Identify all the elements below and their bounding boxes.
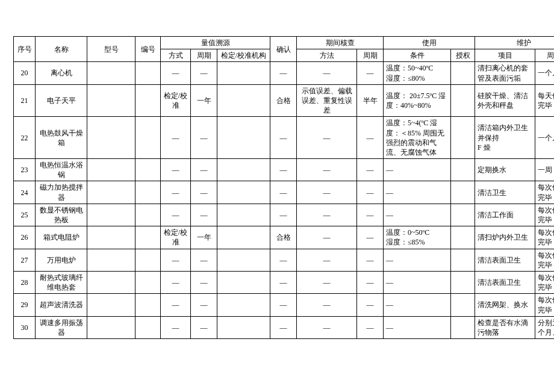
cell-mnt-i: 检查是否有水滴污物落 xyxy=(475,316,535,338)
hdr-use: 使用 xyxy=(384,37,475,49)
cell-trace-org xyxy=(217,271,270,293)
cell-chk-p: — xyxy=(357,294,384,316)
cell-model xyxy=(87,62,135,84)
cell-mnt-i: 清洗网架、换水 xyxy=(475,294,535,316)
cell-model xyxy=(87,249,135,271)
cell-confirm: — xyxy=(270,62,297,84)
cell-seq: 30 xyxy=(14,316,36,338)
cell-use-a xyxy=(451,117,475,159)
cell-mnt-p: 分别为三个月、六 xyxy=(535,316,555,338)
hdr-use-auth: 授权 xyxy=(451,49,475,62)
table-row: 24磁力加热搅拌器——————清洁卫生每次使用完毕 xyxy=(14,181,555,204)
cell-confirm: — xyxy=(270,181,297,204)
cell-name: 耐热式玻璃纤维电热套 xyxy=(36,271,87,293)
cell-use-c: 温度： 20±7.5ºC 湿度：40%~80% xyxy=(384,84,451,117)
cell-model xyxy=(87,117,135,159)
cell-mnt-p: 一个月 xyxy=(535,117,555,159)
cell-confirm: 合格 xyxy=(270,226,297,249)
table-row: 28耐热式玻璃纤维电热套——————清洁表面卫生每次使用完毕 xyxy=(14,271,555,293)
cell-no xyxy=(135,181,161,204)
cell-use-a xyxy=(451,249,475,271)
cell-mnt-p: 每次使用完毕 xyxy=(535,226,555,249)
cell-seq: 21 xyxy=(14,84,36,117)
cell-model xyxy=(87,204,135,226)
cell-use-c: 温度：50~40ºC湿度：≤80% xyxy=(384,62,451,84)
table-row: 23电热恒温水浴锅——————定期换水一周 xyxy=(14,159,555,181)
cell-trace-m: — xyxy=(161,294,191,316)
cell-model xyxy=(87,316,135,338)
cell-trace-p: 一年 xyxy=(191,84,217,117)
cell-name: 电热鼓风干燥箱 xyxy=(36,117,87,159)
cell-trace-m: — xyxy=(161,181,191,204)
cell-seq: 26 xyxy=(14,226,36,249)
cell-chk-m: — xyxy=(297,62,357,84)
cell-mnt-p: 每天使用完毕 xyxy=(535,84,555,117)
cell-use-a xyxy=(451,204,475,226)
cell-use-c: — xyxy=(384,181,451,204)
cell-mnt-p: 每次使用完毕 xyxy=(535,271,555,293)
cell-name: 数显不锈钢电热板 xyxy=(36,204,87,226)
cell-trace-p: — xyxy=(191,117,217,159)
cell-seq: 28 xyxy=(14,271,36,293)
cell-confirm: 合格 xyxy=(270,84,297,117)
cell-use-a xyxy=(451,159,475,181)
cell-seq: 22 xyxy=(14,117,36,159)
cell-mnt-p: 每次使用完毕 xyxy=(535,249,555,271)
cell-confirm: — xyxy=(270,117,297,159)
cell-model xyxy=(87,271,135,293)
cell-trace-org xyxy=(217,84,270,117)
cell-name: 磁力加热搅拌器 xyxy=(36,181,87,204)
cell-confirm: — xyxy=(270,271,297,293)
cell-confirm: — xyxy=(270,204,297,226)
table-row: 26箱式电阻炉检定/校准一年合格——温度：0~50ºC湿度：≤85%清扫炉内外卫… xyxy=(14,226,555,249)
cell-trace-m: — xyxy=(161,117,191,159)
cell-chk-m: — xyxy=(297,294,357,316)
cell-use-a xyxy=(451,84,475,117)
hdr-model: 型号 xyxy=(87,37,135,62)
hdr-maint-p: 周期 xyxy=(535,49,555,62)
cell-name: 箱式电阻炉 xyxy=(36,226,87,249)
cell-trace-m: — xyxy=(161,204,191,226)
cell-confirm: — xyxy=(270,294,297,316)
cell-seq: 20 xyxy=(14,62,36,84)
cell-trace-p: — xyxy=(191,159,217,181)
cell-trace-p: — xyxy=(191,204,217,226)
cell-mnt-i: 清洁卫生 xyxy=(475,181,535,204)
cell-no xyxy=(135,159,161,181)
cell-name: 调速多用振荡器 xyxy=(36,316,87,338)
cell-trace-p: — xyxy=(191,271,217,293)
cell-confirm: — xyxy=(270,159,297,181)
cell-use-c: — xyxy=(384,249,451,271)
cell-no xyxy=(135,84,161,117)
cell-trace-org xyxy=(217,204,270,226)
table-row: 21电子天平检定/校准一年合格示值误差、偏载误差、重复性误差半年温度： 20±7… xyxy=(14,84,555,117)
cell-chk-m: — xyxy=(297,159,357,181)
cell-seq: 23 xyxy=(14,159,36,181)
cell-no xyxy=(135,117,161,159)
cell-chk-p: — xyxy=(357,226,384,249)
cell-chk-m: — xyxy=(297,204,357,226)
table-row: 27万用电炉——————清洁表面卫生每次使用完毕 xyxy=(14,249,555,271)
cell-trace-m: — xyxy=(161,249,191,271)
cell-trace-m: 检定/校准 xyxy=(161,226,191,249)
hdr-trace-m: 方式 xyxy=(161,49,191,62)
cell-chk-p: — xyxy=(357,271,384,293)
cell-trace-p: — xyxy=(191,294,217,316)
cell-chk-m: 示值误差、偏载误差、重复性误差 xyxy=(297,84,357,117)
cell-model xyxy=(87,84,135,117)
cell-name: 超声波清洗器 xyxy=(36,294,87,316)
cell-name: 电子天平 xyxy=(36,84,87,117)
cell-trace-m: — xyxy=(161,159,191,181)
cell-trace-m: — xyxy=(161,316,191,338)
cell-mnt-i: 清洁表面卫生 xyxy=(475,249,535,271)
cell-trace-m: 检定/校准 xyxy=(161,84,191,117)
cell-trace-org xyxy=(217,62,270,84)
cell-trace-org xyxy=(217,249,270,271)
hdr-maint-item: 项目 xyxy=(475,49,535,62)
cell-name: 万用电炉 xyxy=(36,249,87,271)
cell-mnt-i: 定期换水 xyxy=(475,159,535,181)
table-row: 25数显不锈钢电热板——————清洁工作面每次使用完毕 xyxy=(14,204,555,226)
cell-chk-p: — xyxy=(357,117,384,159)
cell-mnt-p: 每次使用完毕 xyxy=(535,294,555,316)
cell-no xyxy=(135,271,161,293)
